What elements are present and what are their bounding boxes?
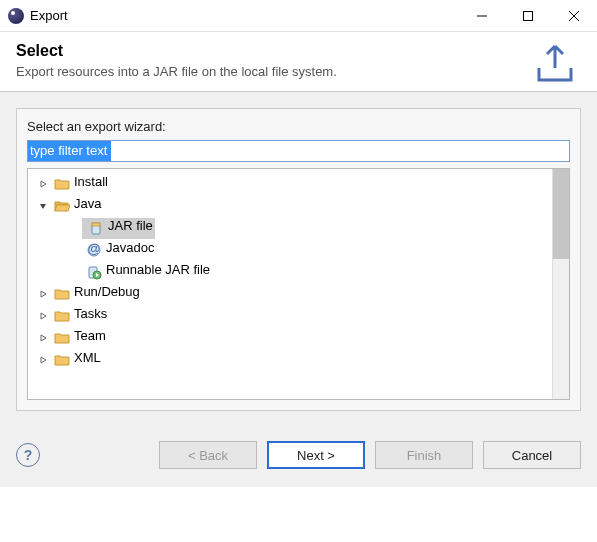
svg-rect-1 xyxy=(524,11,533,20)
tree-item-label: Install xyxy=(74,174,108,189)
javadoc-icon: @ xyxy=(86,242,102,258)
tree-item-label: XML xyxy=(74,350,101,365)
expand-icon[interactable] xyxy=(36,331,50,345)
tree-item[interactable]: Install xyxy=(28,173,552,195)
wizard-tree-container: InstallJavaJAR file@JavadocRunnable JAR … xyxy=(27,168,570,400)
vertical-scrollbar[interactable] xyxy=(552,169,569,399)
folder-closed-icon xyxy=(54,352,70,368)
finish-button[interactable]: Finish xyxy=(375,441,473,469)
tree-item[interactable]: Java xyxy=(28,195,552,217)
tree-item[interactable]: XML xyxy=(28,349,552,371)
tree-item[interactable]: Tasks xyxy=(28,305,552,327)
expander-spacer xyxy=(68,265,82,279)
dialog-footer: ? < Back Next > Finish Cancel xyxy=(0,427,597,487)
filter-input[interactable]: type filter text​ xyxy=(27,140,570,162)
close-button[interactable] xyxy=(551,0,597,32)
wizard-tree[interactable]: InstallJavaJAR file@JavadocRunnable JAR … xyxy=(28,169,552,399)
tree-item-label: Runnable JAR file xyxy=(106,262,210,277)
title-bar: Export xyxy=(0,0,597,32)
tree-item-label: Team xyxy=(74,328,106,343)
jar-file-icon xyxy=(88,220,104,236)
dialog-header: Select Export resources into a JAR file … xyxy=(0,32,597,92)
expand-icon[interactable] xyxy=(36,287,50,301)
app-icon xyxy=(8,8,24,24)
tree-item-label: Java xyxy=(74,196,101,211)
window-title: Export xyxy=(30,8,459,23)
tree-item[interactable]: Run/Debug xyxy=(28,283,552,305)
folder-open-icon xyxy=(54,198,70,214)
svg-rect-5 xyxy=(92,223,100,226)
help-icon[interactable]: ? xyxy=(16,443,40,467)
page-title: Select xyxy=(16,42,581,60)
expander-spacer xyxy=(68,243,82,257)
back-button[interactable]: < Back xyxy=(159,441,257,469)
folder-closed-icon xyxy=(54,308,70,324)
expand-icon[interactable] xyxy=(36,177,50,191)
tree-item-label: Run/Debug xyxy=(74,284,140,299)
tree-item[interactable]: Team xyxy=(28,327,552,349)
expand-icon[interactable] xyxy=(36,309,50,323)
tree-item[interactable]: @Javadoc xyxy=(28,239,552,261)
scrollbar-thumb[interactable] xyxy=(553,169,569,259)
folder-closed-icon xyxy=(54,176,70,192)
collapse-icon[interactable] xyxy=(36,199,50,213)
folder-closed-icon xyxy=(54,286,70,302)
tree-item[interactable]: Runnable JAR file xyxy=(28,261,552,283)
window-controls xyxy=(459,0,597,32)
minimize-button[interactable] xyxy=(459,0,505,32)
page-subtitle: Export resources into a JAR file on the … xyxy=(16,64,581,79)
dialog-content: Select an export wizard: type filter tex… xyxy=(0,92,597,427)
runnable-jar-icon xyxy=(86,264,102,280)
wizard-label: Select an export wizard: xyxy=(27,119,570,134)
export-icon xyxy=(531,38,579,86)
expand-icon[interactable] xyxy=(36,353,50,367)
tree-item-label: Javadoc xyxy=(106,240,154,255)
tree-item-label: Tasks xyxy=(74,306,107,321)
tree-item-label: JAR file xyxy=(108,218,153,233)
next-button[interactable]: Next > xyxy=(267,441,365,469)
maximize-button[interactable] xyxy=(505,0,551,32)
wizard-panel: Select an export wizard: type filter tex… xyxy=(16,108,581,411)
cancel-button[interactable]: Cancel xyxy=(483,441,581,469)
tree-item[interactable]: JAR file xyxy=(28,217,552,239)
expander-spacer xyxy=(68,221,82,235)
filter-placeholder: type filter text xyxy=(28,141,109,161)
svg-text:@: @ xyxy=(87,242,100,256)
folder-closed-icon xyxy=(54,330,70,346)
